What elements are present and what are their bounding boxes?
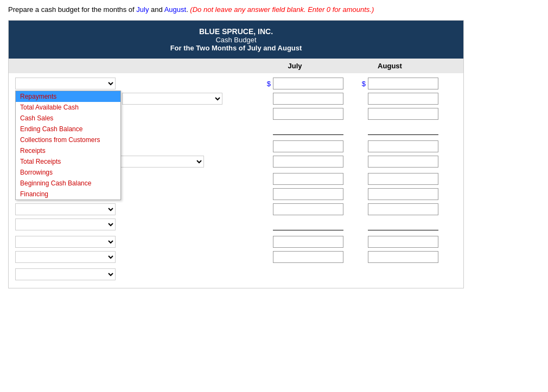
july-amount-9[interactable] [273, 203, 343, 215]
july-amount-4[interactable] [273, 123, 343, 135]
july-amount-6[interactable] [273, 156, 343, 168]
popup-item-repayments[interactable]: Repayments [16, 91, 120, 102]
july-amount-3[interactable] [273, 108, 343, 120]
july-amount-1[interactable] [273, 78, 343, 89]
july-amount-10[interactable] [273, 219, 343, 230]
row-9: Repayments Total Available Cash Cash Sal… [15, 203, 457, 215]
popup-item-financing[interactable]: Financing [16, 189, 120, 200]
doc-title: Cash Budget [14, 36, 458, 44]
doc-subtitle: For the Two Months of July and August [14, 44, 458, 52]
aug-amount-6[interactable] [368, 156, 438, 168]
row-13: Repayments Total Available Cash Cash Sal… [15, 268, 457, 280]
row-12: Repayments Total Available Cash Cash Sal… [15, 251, 457, 263]
july-amount-5[interactable] [273, 140, 343, 152]
form-header: BLUE SPRUCE, INC. Cash Budget For the Tw… [9, 21, 463, 59]
aug-amount-8[interactable] [368, 188, 438, 200]
dropdown-popup: Repayments Total Available Cash Cash Sal… [15, 91, 121, 200]
aug-amount-3[interactable] [368, 108, 438, 120]
row2-dropdown-right[interactable]: Repayments Total Available Cash [122, 93, 222, 105]
row10-dropdown[interactable]: Repayments Total Available Cash Cash Sal… [15, 219, 116, 230]
instruction-text: Prepare a cash budget for the months of … [8, 5, 540, 14]
row12-dropdown[interactable]: Repayments Total Available Cash Cash Sal… [15, 251, 116, 263]
july-header: July [247, 62, 342, 70]
august-header: August [342, 62, 437, 70]
company-name: BLUE SPRUCE, INC. [14, 27, 458, 36]
aug-amount-4[interactable] [368, 123, 438, 135]
popup-item-receipts[interactable]: Receipts [16, 145, 120, 156]
popup-item-total-receipts[interactable]: Total Receipts [16, 156, 120, 167]
aug-amount-9[interactable] [368, 203, 438, 215]
aug-amount-1[interactable] [368, 78, 438, 89]
row-1: Repayments Total Available Cash Cash Sal… [15, 78, 457, 89]
form-container: BLUE SPRUCE, INC. Cash Budget For the Tw… [8, 20, 464, 288]
form-body: Repayments Total Available Cash Cash Sal… [9, 73, 463, 288]
popup-item-cash-sales[interactable]: Cash Sales [16, 113, 120, 124]
popup-item-ending-cash[interactable]: Ending Cash Balance [16, 124, 120, 134]
warning-text: (Do not leave any answer field blank. En… [190, 5, 374, 14]
popup-item-total-available[interactable]: Total Available Cash [16, 102, 120, 113]
aug-amount-10[interactable] [368, 219, 438, 230]
row-10: Repayments Total Available Cash Cash Sal… [15, 219, 457, 230]
july-amount-8[interactable] [273, 188, 343, 200]
july-amount-7[interactable] [273, 173, 343, 185]
column-headers: July August [9, 59, 463, 73]
popup-item-collections[interactable]: Collections from Customers [16, 134, 120, 145]
july-amount-2[interactable] [273, 93, 343, 105]
aug-amount-5[interactable] [368, 140, 438, 152]
dollar-sign-july-1: $ [267, 80, 271, 88]
aug-amount-11[interactable] [368, 236, 438, 248]
popup-item-beginning-cash[interactable]: Beginning Cash Balance [16, 178, 120, 189]
aug-amount-12[interactable] [368, 251, 438, 263]
popup-item-borrowings[interactable]: Borrowings [16, 167, 120, 178]
aug-amount-7[interactable] [368, 173, 438, 185]
july-amount-11[interactable] [273, 236, 343, 248]
row1-dropdown[interactable]: Repayments Total Available Cash Cash Sal… [15, 78, 116, 89]
row9-dropdown[interactable]: Repayments Total Available Cash Cash Sal… [15, 203, 116, 215]
row-11: Repayments Total Available Cash Cash Sal… [15, 236, 457, 248]
aug-amount-2[interactable] [368, 93, 438, 105]
row13-dropdown[interactable]: Repayments Total Available Cash Cash Sal… [15, 268, 116, 280]
july-amount-12[interactable] [273, 251, 343, 263]
dollar-sign-aug-1: $ [362, 80, 366, 88]
row11-dropdown[interactable]: Repayments Total Available Cash Cash Sal… [15, 236, 116, 248]
